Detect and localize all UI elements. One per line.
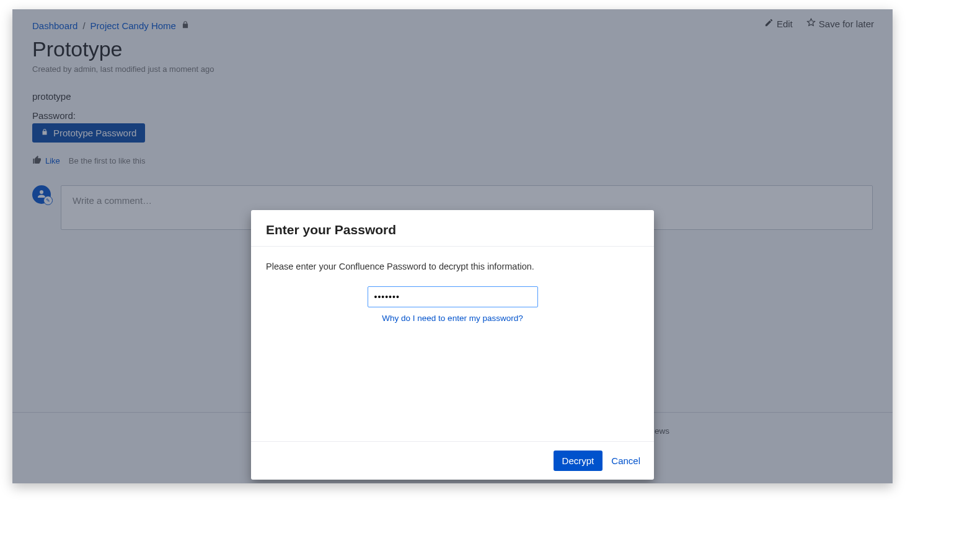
password-help-link[interactable]: Why do I need to enter my password? bbox=[382, 314, 523, 323]
modal-footer: Decrypt Cancel bbox=[251, 441, 654, 480]
decrypt-button[interactable]: Decrypt bbox=[554, 451, 603, 471]
cancel-button[interactable]: Cancel bbox=[611, 455, 640, 466]
password-input[interactable] bbox=[368, 286, 538, 307]
modal-title: Enter your Password bbox=[251, 210, 654, 247]
modal-instruction: Please enter your Confluence Password to… bbox=[266, 262, 639, 271]
modal-body: Please enter your Confluence Password to… bbox=[251, 247, 654, 441]
app-frame: Dashboard / Project Candy Home Edit Save… bbox=[12, 9, 893, 483]
password-modal: Enter your Password Please enter your Co… bbox=[251, 210, 654, 480]
password-wrap: Why do I need to enter my password? bbox=[266, 286, 639, 323]
